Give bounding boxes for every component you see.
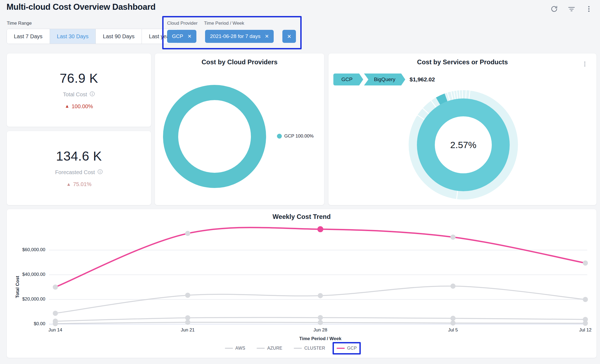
filter-icon[interactable] (566, 4, 577, 14)
legend-item-aws[interactable]: AWS (225, 346, 245, 351)
time-range-last-7-days[interactable]: Last 7 Days (7, 29, 50, 44)
legend-name: AZURE (267, 346, 282, 351)
total-cost-label: Total Cost (63, 91, 87, 98)
forecasted-cost-delta: ▲ 75.01% (66, 181, 92, 187)
cost-by-services-card: Cost by Services or Products GCP BigQuer… (328, 53, 597, 205)
x-tick-label: Jul 12 (579, 327, 591, 333)
time-range-last-90-days[interactable]: Last 90 Days (96, 29, 142, 44)
page-title: Multi-cloud Cost Overview Dashboard (7, 2, 155, 12)
trend-legend: AWSAZURECLUSTERGCP (0, 346, 586, 351)
cloud-provider-chip[interactable]: GCP ✕ (167, 30, 196, 43)
total-cost-delta: ▲ 100.00% (65, 103, 93, 110)
kebab-menu-icon[interactable] (584, 4, 594, 14)
legend-name: AWS (235, 346, 245, 351)
forecasted-cost-label: Forecasted Cost (55, 169, 95, 175)
sunburst-center-label: 2.57% (450, 140, 476, 150)
services-sunburst-chart (328, 53, 597, 206)
time-range-label: Time Range (7, 21, 32, 26)
time-period-chip-close-icon[interactable]: ✕ (265, 34, 269, 39)
total-cost-delta-value: 100.00% (72, 103, 93, 110)
cloud-provider-chip-label: GCP (172, 33, 183, 39)
legend-name: CLUSTER (304, 346, 325, 351)
legend-name: GCP (347, 346, 357, 351)
total-cost-card: 76.9 K Total Cost ▲ 100.00% (7, 53, 151, 127)
y-tick-label: $0.00 (13, 321, 45, 327)
x-tick-label: Jul 5 (448, 327, 458, 333)
legend-item-cluster[interactable]: CLUSTER (294, 346, 325, 351)
cloud-provider-filter-label: Cloud Provider (167, 21, 197, 26)
time-period-chip-label: 2021-06-28 for 7 days (210, 33, 260, 39)
legend-dash-icon (225, 348, 233, 349)
x-tick-label: Jun 14 (48, 327, 62, 333)
time-range-segmented-control: Last 7 Days Last 30 Days Last 90 Days La… (7, 29, 178, 44)
x-tick-label: Jun 21 (181, 327, 194, 333)
filter-chip-row: GCP ✕ 2021-06-28 for 7 days ✕ ✕ (167, 30, 296, 43)
arrow-up-icon: ▲ (66, 182, 71, 187)
cost-by-cloud-providers-card: Cost by Cloud Providers GCP 100.00% (155, 53, 324, 205)
total-cost-value: 76.9 K (60, 71, 98, 86)
legend-item-gcp[interactable]: GCP (337, 346, 357, 351)
weekly-cost-trend-card: Weekly Cost Trend Total Cost Time Period… (7, 209, 597, 358)
forecasted-cost-delta-value: 75.01% (73, 181, 91, 187)
time-range-last-30-days[interactable]: Last 30 Days (50, 29, 96, 44)
y-tick-label: $20,000.00 (13, 296, 45, 302)
arrow-up-icon: ▲ (65, 104, 69, 109)
header-actions (549, 4, 594, 14)
x-tick-label: Jun 28 (313, 327, 327, 333)
providers-legend-label: GCP 100.00% (284, 133, 314, 139)
forecasted-cost-value: 134.6 K (56, 149, 102, 164)
dashboard-page: Multi-cloud Cost Overview Dashboard Time… (0, 0, 600, 364)
y-tick-label: $60,000.00 (13, 247, 45, 253)
legend-dash-icon (257, 348, 265, 349)
y-tick-label: $40,000.00 (13, 272, 45, 277)
legend-dash-icon (337, 348, 345, 349)
refresh-icon[interactable] (549, 4, 559, 14)
clear-all-filters-button[interactable]: ✕ (282, 30, 296, 43)
info-icon[interactable] (90, 91, 95, 98)
forecasted-cost-card: 134.6 K Forecasted Cost ▲ 75.01% (7, 131, 151, 205)
legend-item-azure[interactable]: AZURE (257, 346, 282, 351)
providers-legend-item[interactable]: GCP 100.00% (277, 133, 314, 139)
cloud-provider-chip-close-icon[interactable]: ✕ (187, 34, 192, 39)
providers-donut-chart (155, 53, 325, 206)
trend-x-axis-label: Time Period / Week (299, 336, 341, 341)
time-period-chip[interactable]: 2021-06-28 for 7 days ✕ (205, 30, 274, 43)
legend-dot-icon (277, 134, 282, 139)
info-icon[interactable] (97, 169, 103, 176)
trend-y-axis-label: Total Cost (15, 276, 20, 298)
time-period-filter-label: Time Period / Week (204, 21, 244, 26)
legend-dash-icon (294, 348, 302, 349)
